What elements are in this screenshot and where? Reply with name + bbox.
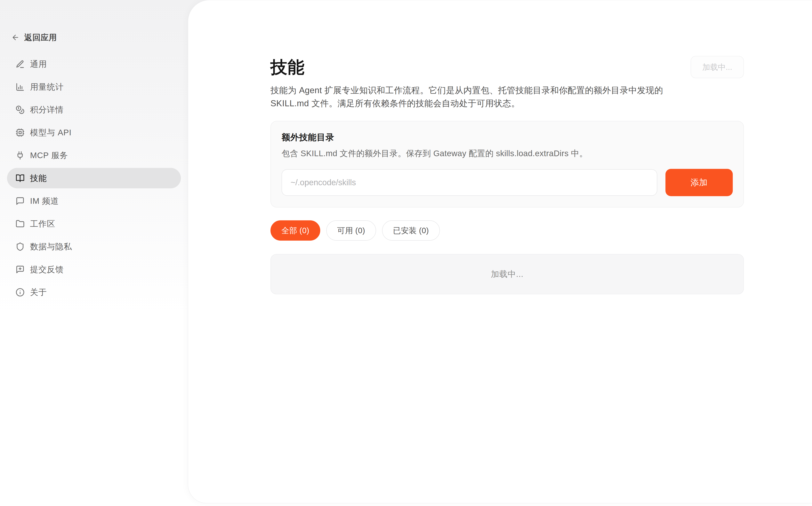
- filter-available-button[interactable]: 可用 (0): [326, 220, 376, 241]
- card-title: 额外技能目录: [282, 132, 733, 143]
- extra-skill-dirs-card: 额外技能目录 包含 SKILL.md 文件的额外目录。保存到 Gateway 配…: [271, 121, 744, 207]
- page-title: 技能: [271, 58, 305, 76]
- skills-page: 技能 加载中... 技能为 Agent 扩展专业知识和工作流程。它们是从内置包、…: [271, 0, 744, 294]
- sidebar-item-feedback[interactable]: 提交反馈: [7, 259, 181, 280]
- book-open-icon: [16, 174, 24, 183]
- card-description: 包含 SKILL.md 文件的额外目录。保存到 Gateway 配置的 skil…: [282, 148, 733, 159]
- shield-icon: [16, 242, 24, 251]
- skill-filters: 全部 (0) 可用 (0) 已安装 (0): [271, 220, 744, 241]
- cpu-icon: [16, 128, 24, 137]
- sidebar-item-credits[interactable]: 积分详情: [7, 99, 181, 120]
- sidebar: 返回应用 通用 用量统计 积分详情: [0, 0, 188, 506]
- sidebar-item-label: 技能: [30, 173, 47, 184]
- page-description: 技能为 Agent 扩展专业知识和工作流程。它们是从内置包、托管技能目录和你配置…: [271, 84, 678, 110]
- sidebar-item-workspace[interactable]: 工作区: [7, 214, 181, 234]
- back-to-app-label: 返回应用: [24, 32, 57, 43]
- skills-list-loading: 加载中...: [271, 254, 744, 294]
- sidebar-item-im-channels[interactable]: IM 频道: [7, 191, 181, 211]
- sidebar-item-label: 通用: [30, 59, 47, 70]
- sidebar-item-label: IM 频道: [30, 195, 59, 206]
- sidebar-item-data-privacy[interactable]: 数据与隐私: [7, 236, 181, 257]
- loading-status-text: 加载中...: [491, 269, 523, 280]
- message-square-icon: [16, 196, 24, 205]
- sidebar-item-general[interactable]: 通用: [7, 54, 181, 74]
- sidebar-nav: 通用 用量统计 积分详情 模型与 API: [7, 54, 181, 303]
- sidebar-item-skills[interactable]: 技能: [7, 168, 181, 188]
- folder-icon: [16, 219, 24, 228]
- add-directory-button[interactable]: 添加: [665, 169, 733, 196]
- sidebar-item-label: 关于: [30, 287, 47, 298]
- sidebar-item-label: 模型与 API: [30, 127, 71, 138]
- sidebar-item-label: 积分详情: [30, 104, 64, 115]
- pen-icon: [16, 60, 24, 69]
- arrow-left-icon: [11, 33, 19, 41]
- sidebar-item-label: 提交反馈: [30, 264, 64, 275]
- page-header: 技能 加载中...: [271, 56, 744, 78]
- coins-icon: [16, 105, 24, 114]
- bar-chart-icon: [16, 82, 24, 91]
- sidebar-item-label: 数据与隐私: [30, 241, 72, 252]
- sidebar-item-about[interactable]: 关于: [7, 282, 181, 303]
- info-icon: [16, 288, 24, 297]
- back-to-app-button[interactable]: 返回应用: [7, 29, 181, 46]
- add-directory-row: 添加: [282, 169, 733, 196]
- sidebar-item-models-api[interactable]: 模型与 API: [7, 122, 181, 143]
- sidebar-item-label: MCP 服务: [30, 150, 68, 161]
- filter-installed-button[interactable]: 已安装 (0): [382, 220, 440, 241]
- header-loading-button[interactable]: 加载中...: [691, 56, 744, 78]
- extra-directory-input[interactable]: [282, 169, 657, 196]
- sidebar-item-label: 用量统计: [30, 82, 64, 92]
- plug-icon: [16, 151, 24, 160]
- sidebar-item-label: 工作区: [30, 219, 55, 229]
- sidebar-item-usage-stats[interactable]: 用量统计: [7, 77, 181, 97]
- filter-all-button[interactable]: 全部 (0): [271, 220, 320, 241]
- sidebar-item-mcp-services[interactable]: MCP 服务: [7, 145, 181, 166]
- main-panel: 技能 加载中... 技能为 Agent 扩展专业知识和工作流程。它们是从内置包、…: [188, 0, 812, 503]
- message-square-plus-icon: [16, 265, 24, 274]
